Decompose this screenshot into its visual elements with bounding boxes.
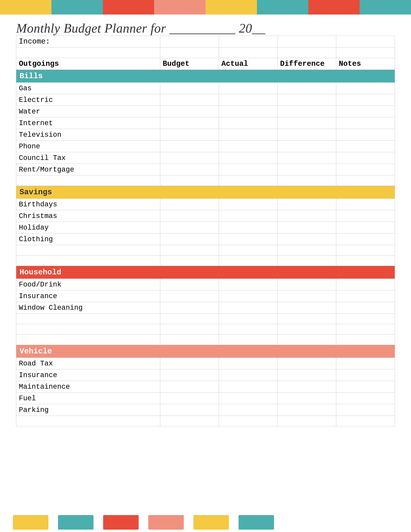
income-notes[interactable] (336, 36, 395, 48)
vehicle-insurance-budget[interactable] (160, 369, 219, 381)
phone-difference[interactable] (277, 141, 336, 152)
rent-mortgage-difference[interactable] (277, 164, 336, 175)
household-insurance-budget[interactable] (160, 290, 219, 302)
food-drink-difference[interactable] (277, 279, 336, 290)
television-difference[interactable] (277, 129, 336, 141)
water-actual[interactable] (219, 106, 277, 117)
maintainence-label: Maintainence (16, 381, 160, 393)
road-tax-notes[interactable] (336, 358, 395, 369)
council-tax-difference[interactable] (277, 152, 336, 164)
fuel-actual[interactable] (219, 393, 277, 404)
category-vehicle-row: Vehicle (16, 345, 395, 358)
gas-difference[interactable] (277, 83, 336, 94)
christmas-actual[interactable] (219, 210, 277, 222)
holiday-actual[interactable] (219, 222, 277, 233)
holiday-notes[interactable] (336, 222, 395, 233)
birthdays-notes[interactable] (336, 199, 395, 210)
savings-spacer-1 (16, 245, 395, 256)
rent-mortgage-actual[interactable] (219, 164, 277, 175)
water-notes[interactable] (336, 106, 395, 117)
window-cleaning-difference[interactable] (277, 302, 336, 314)
internet-actual[interactable] (219, 117, 277, 129)
household-insurance-actual[interactable] (219, 290, 277, 302)
gas-budget[interactable] (160, 83, 219, 94)
income-row: Income: (16, 36, 395, 48)
holiday-difference[interactable] (277, 222, 336, 233)
electric-difference[interactable] (277, 94, 336, 106)
parking-notes[interactable] (336, 404, 395, 416)
top-pink-block-1 (154, 0, 206, 15)
row-christmas: Christmas (16, 210, 395, 222)
council-tax-notes[interactable] (336, 152, 395, 164)
electric-label: Electric (16, 94, 160, 106)
row-window-cleaning: Window Cleaning (16, 302, 395, 314)
rent-mortgage-budget[interactable] (160, 164, 219, 175)
road-tax-actual[interactable] (219, 358, 277, 369)
parking-difference[interactable] (277, 404, 336, 416)
vehicle-insurance-notes[interactable] (336, 369, 395, 381)
income-difference[interactable] (277, 36, 336, 48)
christmas-notes[interactable] (336, 210, 395, 222)
internet-budget[interactable] (160, 117, 219, 129)
bottom-color-bar (0, 513, 411, 532)
maintainence-actual[interactable] (219, 381, 277, 393)
window-cleaning-budget[interactable] (160, 302, 219, 314)
window-cleaning-actual[interactable] (219, 302, 277, 314)
council-tax-actual[interactable] (219, 152, 277, 164)
income-actual[interactable] (219, 36, 277, 48)
electric-actual[interactable] (219, 94, 277, 106)
food-drink-actual[interactable] (219, 279, 277, 290)
parking-actual[interactable] (219, 404, 277, 416)
birthdays-actual[interactable] (219, 199, 277, 210)
maintainence-notes[interactable] (336, 381, 395, 393)
fuel-budget[interactable] (160, 393, 219, 404)
clothing-budget[interactable] (160, 233, 219, 245)
fuel-notes[interactable] (336, 393, 395, 404)
internet-difference[interactable] (277, 117, 336, 129)
household-insurance-notes[interactable] (336, 290, 395, 302)
vehicle-insurance-difference[interactable] (277, 369, 336, 381)
phone-actual[interactable] (219, 141, 277, 152)
top-red-block-3 (308, 0, 360, 15)
window-cleaning-notes[interactable] (336, 302, 395, 314)
vehicle-spacer-1 (16, 416, 395, 426)
gas-actual[interactable] (219, 83, 277, 94)
clothing-difference[interactable] (277, 233, 336, 245)
birthdays-difference[interactable] (277, 199, 336, 210)
television-label: Television (16, 129, 160, 141)
maintainence-budget[interactable] (160, 381, 219, 393)
household-insurance-difference[interactable] (277, 290, 336, 302)
electric-notes[interactable] (336, 94, 395, 106)
electric-budget[interactable] (160, 94, 219, 106)
christmas-budget[interactable] (160, 210, 219, 222)
television-actual[interactable] (219, 129, 277, 141)
birthdays-budget[interactable] (160, 199, 219, 210)
food-drink-notes[interactable] (336, 279, 395, 290)
parking-budget[interactable] (160, 404, 219, 416)
row-holiday: Holiday (16, 222, 395, 233)
phone-budget[interactable] (160, 141, 219, 152)
internet-notes[interactable] (336, 117, 395, 129)
gas-notes[interactable] (336, 83, 395, 94)
road-tax-difference[interactable] (277, 358, 336, 369)
water-budget[interactable] (160, 106, 219, 117)
water-difference[interactable] (277, 106, 336, 117)
holiday-budget[interactable] (160, 222, 219, 233)
christmas-difference[interactable] (277, 210, 336, 222)
clothing-actual[interactable] (219, 233, 277, 245)
clothing-notes[interactable] (336, 233, 395, 245)
television-notes[interactable] (336, 129, 395, 141)
television-budget[interactable] (160, 129, 219, 141)
rent-mortgage-notes[interactable] (336, 164, 395, 175)
bottom-teal-block-2 (239, 515, 274, 530)
fuel-difference[interactable] (277, 393, 336, 404)
road-tax-budget[interactable] (160, 358, 219, 369)
maintainence-difference[interactable] (277, 381, 336, 393)
food-drink-budget[interactable] (160, 279, 219, 290)
row-parking: Parking (16, 404, 395, 416)
gas-label: Gas (16, 83, 160, 94)
council-tax-budget[interactable] (160, 152, 219, 164)
phone-notes[interactable] (336, 141, 395, 152)
vehicle-insurance-actual[interactable] (219, 369, 277, 381)
income-budget[interactable] (160, 36, 219, 48)
